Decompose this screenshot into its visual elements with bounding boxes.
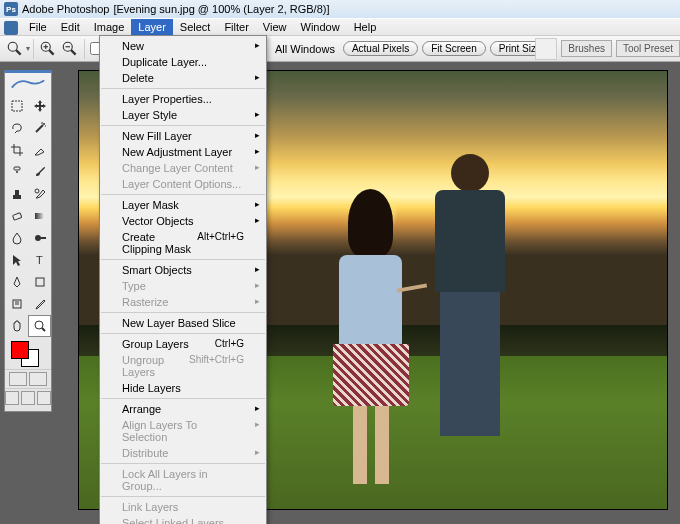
- svg-line-1: [16, 50, 21, 55]
- menu-item-label: Smart Objects: [122, 264, 192, 276]
- standard-mode-button[interactable]: [9, 372, 27, 386]
- color-swatches: [5, 337, 51, 369]
- screen-mode-full-button[interactable]: [37, 391, 51, 405]
- menu-select[interactable]: Select: [173, 19, 218, 35]
- app-menu-icon[interactable]: [4, 21, 18, 35]
- tool-presets-panel-tab[interactable]: Tool Preset: [616, 40, 680, 57]
- menu-separator: [101, 88, 265, 89]
- menu-item-shortcut: Ctrl+G: [215, 338, 244, 350]
- palette-well-icon[interactable]: [535, 38, 557, 60]
- menu-item-group-layers[interactable]: Group LayersCtrl+G: [100, 336, 266, 352]
- menu-item-delete[interactable]: Delete: [100, 70, 266, 86]
- screen-mode-full-menubar-button[interactable]: [21, 391, 35, 405]
- menu-separator: [101, 398, 265, 399]
- pen-tool[interactable]: [5, 271, 28, 293]
- lasso-tool[interactable]: [5, 117, 28, 139]
- toolbox-header-icon[interactable]: [5, 73, 51, 95]
- menu-file[interactable]: File: [22, 19, 54, 35]
- menu-item-vector-objects[interactable]: Vector Objects: [100, 213, 266, 229]
- menu-view[interactable]: View: [256, 19, 294, 35]
- menu-item-label: Lock All Layers in Group...: [122, 468, 244, 492]
- svg-line-30: [42, 328, 45, 331]
- svg-text:T: T: [36, 254, 43, 266]
- menu-item-hide-layers[interactable]: Hide Layers: [100, 380, 266, 396]
- menu-item-rasterize: Rasterize: [100, 294, 266, 310]
- zoom-tool-preset-icon[interactable]: [5, 39, 25, 59]
- dodge-tool[interactable]: [28, 227, 51, 249]
- gradient-tool[interactable]: [28, 205, 51, 227]
- menu-item-label: Layer Style: [122, 109, 177, 121]
- path-selection-tool[interactable]: [5, 249, 28, 271]
- menu-item-layer-style[interactable]: Layer Style: [100, 107, 266, 123]
- svg-rect-25: [36, 278, 44, 286]
- menu-item-label: Select Linked Layers: [122, 517, 224, 524]
- notes-tool[interactable]: [5, 293, 28, 315]
- menu-item-label: New Adjustment Layer: [122, 146, 232, 158]
- menu-item-label: Rasterize: [122, 296, 168, 308]
- zoom-tool[interactable]: [28, 315, 51, 337]
- menu-item-label: Vector Objects: [122, 215, 194, 227]
- svg-line-5: [49, 50, 54, 55]
- eyedropper-tool[interactable]: [28, 293, 51, 315]
- menu-item-change-layer-content: Change Layer Content: [100, 160, 266, 176]
- fit-screen-button[interactable]: Fit Screen: [422, 41, 486, 56]
- menu-item-shortcut: Alt+Ctrl+G: [197, 231, 244, 255]
- clone-stamp-tool[interactable]: [5, 183, 28, 205]
- svg-rect-20: [12, 213, 21, 220]
- marquee-tool[interactable]: [5, 95, 28, 117]
- menu-item-new-fill-layer[interactable]: New Fill Layer: [100, 128, 266, 144]
- menu-item-ungroup-layers: Ungroup LayersShift+Ctrl+G: [100, 352, 266, 380]
- menu-item-duplicate-layer[interactable]: Duplicate Layer...: [100, 54, 266, 70]
- menu-item-layer-mask[interactable]: Layer Mask: [100, 197, 266, 213]
- move-tool[interactable]: [28, 95, 51, 117]
- menu-item-label: New: [122, 40, 144, 52]
- svg-rect-21: [35, 213, 45, 219]
- title-bar: Ps Adobe Photoshop [Evening sun.jpg @ 10…: [0, 0, 680, 18]
- menu-window[interactable]: Window: [294, 19, 347, 35]
- menu-item-new-adjustment-layer[interactable]: New Adjustment Layer: [100, 144, 266, 160]
- menu-layer[interactable]: Layer: [131, 19, 173, 35]
- healing-brush-tool[interactable]: [5, 161, 28, 183]
- menu-item-create-clipping-mask[interactable]: Create Clipping MaskAlt+Ctrl+G: [100, 229, 266, 257]
- menu-item-label: New Fill Layer: [122, 130, 192, 142]
- slice-tool[interactable]: [28, 139, 51, 161]
- eraser-tool[interactable]: [5, 205, 28, 227]
- menu-item-label: Layer Properties...: [122, 93, 212, 105]
- menu-item-label: Hide Layers: [122, 382, 181, 394]
- brushes-panel-tab[interactable]: Brushes: [561, 40, 612, 57]
- menu-filter[interactable]: Filter: [217, 19, 255, 35]
- zoom-in-icon[interactable]: [38, 39, 58, 59]
- magic-wand-tool[interactable]: [28, 117, 51, 139]
- menu-help[interactable]: Help: [347, 19, 384, 35]
- blur-tool[interactable]: [5, 227, 28, 249]
- menu-item-smart-objects[interactable]: Smart Objects: [100, 262, 266, 278]
- menu-item-label: Layer Mask: [122, 199, 179, 211]
- svg-rect-18: [15, 190, 19, 195]
- layer-menu-dropdown: NewDuplicate Layer...DeleteLayer Propert…: [99, 35, 267, 524]
- svg-rect-17: [13, 195, 21, 199]
- shape-tool[interactable]: [28, 271, 51, 293]
- hand-tool[interactable]: [5, 315, 28, 337]
- history-brush-tool[interactable]: [28, 183, 51, 205]
- menu-item-distribute: Distribute: [100, 445, 266, 461]
- dropdown-arrow-icon[interactable]: ▾: [26, 44, 30, 53]
- menu-item-new-layer-based-slice[interactable]: New Layer Based Slice: [100, 315, 266, 331]
- menu-item-arrange[interactable]: Arrange: [100, 401, 266, 417]
- menu-edit[interactable]: Edit: [54, 19, 87, 35]
- actual-pixels-button[interactable]: Actual Pixels: [343, 41, 418, 56]
- crop-tool[interactable]: [5, 139, 28, 161]
- menu-item-layer-properties[interactable]: Layer Properties...: [100, 91, 266, 107]
- zoom-out-icon[interactable]: [60, 39, 80, 59]
- type-tool[interactable]: T: [28, 249, 51, 271]
- menu-item-link-layers: Link Layers: [100, 499, 266, 515]
- quickmask-mode-button[interactable]: [29, 372, 47, 386]
- toolbox: T: [4, 70, 52, 412]
- menu-image[interactable]: Image: [87, 19, 132, 35]
- foreground-color-swatch[interactable]: [11, 341, 29, 359]
- app-icon: Ps: [4, 2, 18, 16]
- menu-item-align-layers-to-selection: Align Layers To Selection: [100, 417, 266, 445]
- menu-item-new[interactable]: New: [100, 38, 266, 54]
- screen-mode-standard-button[interactable]: [5, 391, 19, 405]
- brush-tool[interactable]: [28, 161, 51, 183]
- svg-point-22: [35, 235, 41, 241]
